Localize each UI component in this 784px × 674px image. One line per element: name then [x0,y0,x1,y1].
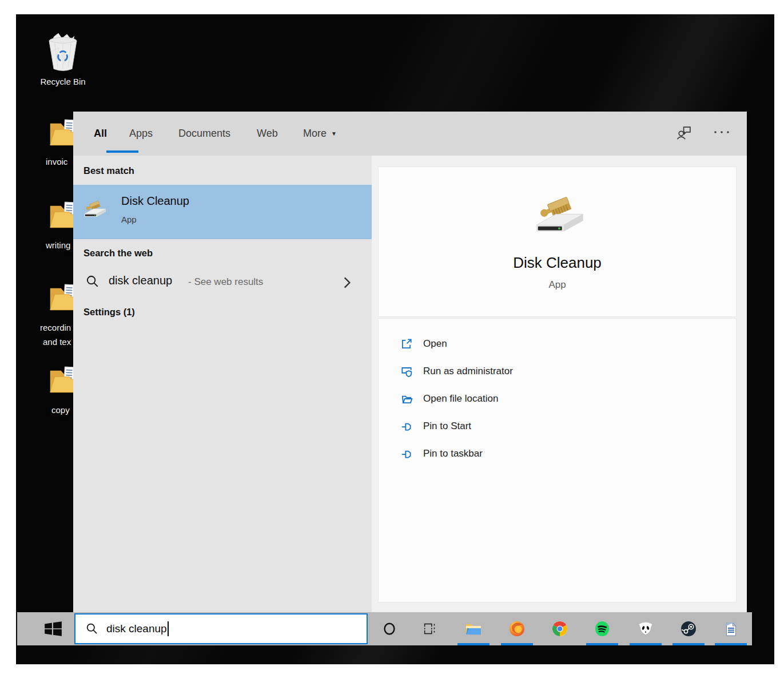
tab-documents[interactable]: Documents [178,112,230,155]
disk-cleanup-icon-large [532,195,584,240]
recycle-bin-icon [45,31,81,74]
pin-icon [400,420,413,433]
search-detail-pane: Disk Cleanup App Open Run as administrat… [372,156,747,612]
spotify-icon [594,620,611,637]
more-options-icon[interactable] [713,128,731,138]
start-button[interactable] [33,612,73,645]
chevron-down-icon: ▼ [331,130,337,137]
tab-more[interactable]: More ▼ [303,112,337,155]
chevron-right-icon[interactable] [343,276,351,289]
taskbar-steam-button[interactable] [667,612,710,645]
taskbar-writer-button[interactable] [710,612,752,645]
search-icon [86,623,98,635]
folder-label: writing [46,240,70,250]
folder-label: recordin [40,323,71,332]
action-run-as-administrator[interactable]: Run as administrator [379,358,736,385]
text-cursor [168,621,169,636]
tab-all[interactable]: All [94,112,107,155]
firefox-icon [508,620,526,637]
tab-web[interactable]: Web [257,112,278,155]
detail-actions-card: Open Run as administrator Open file loca… [379,319,736,602]
taskbar-file-explorer-button[interactable] [452,612,495,645]
action-pin-to-taskbar[interactable]: Pin to taskbar [379,440,736,467]
disk-cleanup-icon [82,200,106,221]
cortana-icon [381,621,397,637]
web-suggestion-query: disk cleanup [109,274,172,287]
taskbar-firefox-button[interactable] [496,612,538,645]
search-icon [86,275,100,288]
recycle-bin-label: Recycle Bin [33,77,93,86]
search-flyout-tabbar: All Apps Documents Web More ▼ [73,112,747,156]
web-suggestion-row[interactable]: disk cleanup - See web results [73,268,372,298]
writer-icon [722,620,739,637]
folder-icon [400,392,413,405]
feedback-user-icon[interactable] [675,124,692,144]
taskbar-chrome-button[interactable] [539,612,581,645]
result-title: Disk Cleanup [121,195,189,208]
search-input-value: disk cleanup [106,623,167,635]
search-web-header: Search the web [83,248,153,259]
taskbar: disk cleanup [17,612,752,645]
detail-app-card: Disk Cleanup App [379,167,736,316]
taskbar-foobar2000-button[interactable] [624,612,667,645]
best-match-header: Best match [83,165,134,176]
shield-icon [400,365,413,378]
taskbar-search-box[interactable]: disk cleanup [74,613,368,644]
pin-icon [400,447,413,460]
folder-label: copy [51,405,70,415]
steam-icon [680,620,697,637]
search-results-pane: Best match Disk Cleanup App Search the w… [73,156,372,612]
folder-label-line2: and tex [43,337,71,347]
detail-type: App [379,279,736,291]
taskbar-cortana-button[interactable] [368,612,411,645]
result-type: App [121,215,137,224]
chrome-icon [551,620,568,637]
task-view-icon [422,621,438,637]
desktop-icon-recycle-bin[interactable] [33,31,93,76]
windows-logo-icon [43,620,63,637]
folder-label: invoic [46,157,67,166]
web-suggestion-hint: - See web results [188,276,263,288]
taskbar-spotify-button[interactable] [581,612,623,645]
action-open[interactable]: Open [379,330,736,358]
best-match-result-disk-cleanup[interactable]: Disk Cleanup App [73,185,372,239]
file-explorer-icon [464,620,483,637]
detail-title: Disk Cleanup [379,254,736,272]
open-icon [400,338,413,350]
action-open-file-location[interactable]: Open file location [379,385,736,413]
foobar2000-icon [637,620,654,637]
action-pin-to-start[interactable]: Pin to Start [379,413,736,440]
tab-apps[interactable]: Apps [129,112,153,155]
taskbar-task-view-button[interactable] [409,612,451,645]
settings-header[interactable]: Settings (1) [83,307,135,318]
